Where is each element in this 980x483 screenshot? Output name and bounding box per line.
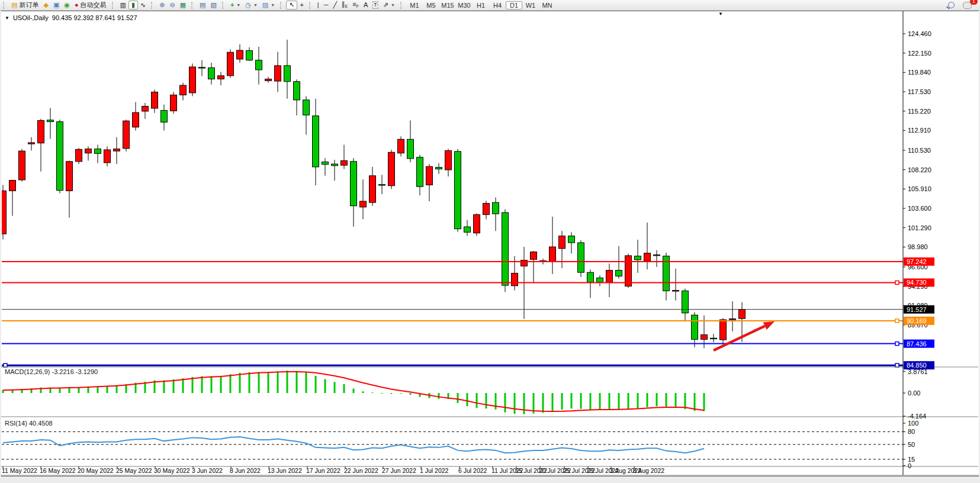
candle [616,271,622,276]
chart-menu-arrow-icon[interactable]: ▼ [5,15,9,21]
svg-text:100: 100 [908,420,918,427]
candle [625,256,632,286]
candle [426,166,433,185]
timeframe-M30[interactable]: M30 [456,1,473,9]
candle [445,150,452,170]
zoom-in-button[interactable]: ⊕ [157,1,167,9]
scroll-end-marker-icon: ▼ [718,11,723,17]
timeframe-M15[interactable]: M15 [439,1,456,9]
svg-text:-4.164: -4.164 [908,413,926,420]
tile-windows-button[interactable]: ▦ [178,1,188,9]
signals-button[interactable]: ◉ [62,1,72,9]
svg-text:115.220: 115.220 [908,108,931,115]
arrange-grid-button[interactable]: ▧ [208,1,219,9]
horizontal-line-icon: ─ [324,2,329,8]
timeframe-M1[interactable]: M1 [406,1,423,9]
svg-text:105.910: 105.910 [908,185,931,192]
svg-text:101.290: 101.290 [908,224,931,231]
candle [483,204,490,215]
timeframe-group: M1M5M15M30H1H4D1W1MN [406,1,555,9]
candle [95,149,101,154]
alert-icon: ◆ [43,2,48,8]
candle [123,121,130,149]
candle [398,139,404,153]
market-watch-button[interactable]: ▣ [51,1,62,9]
timeframe-MN[interactable]: MN [539,1,555,9]
svg-text:22 Jun 2022: 22 Jun 2022 [344,467,378,474]
dropdown-arrow-icon: ▼ [236,3,240,7]
toolbar-grip [400,2,404,9]
new-order-button[interactable]: ▤ 新订单 [9,1,41,9]
chart-ohlc-values: 90.435 92.392 87.641 91.527 [52,14,137,21]
candle [606,271,613,283]
candle [303,100,310,115]
chart-canvas[interactable]: ▼124.460122.150119.840117.530115.220112.… [0,0,980,483]
candle [739,310,746,318]
text-tool[interactable]: A [361,1,370,9]
templates-button[interactable]: ▨▼ [260,1,277,9]
price-badge-90.169: 90.169 [904,317,934,325]
trendline-tool[interactable]: ╱ [330,1,339,9]
vertical-line-icon: | [317,2,319,8]
vertical-line-tool[interactable]: | [315,1,322,9]
auto-arrange-button[interactable]: ▤ [197,1,208,9]
text-label-icon: T [372,1,378,9]
horizontal-line-tool[interactable]: ─ [322,1,331,9]
periods-button[interactable]: ◷▼ [243,1,260,9]
timeframe-D1[interactable]: D1 [506,1,522,9]
notifications-button[interactable]: 1 [960,1,974,9]
signal-icon: ◉ [64,2,70,8]
candle [313,116,319,167]
svg-text:50: 50 [908,441,915,448]
cursor-icon: ↖ [289,2,294,8]
candle [578,243,584,272]
svg-text:27 Jun 2022: 27 Jun 2022 [382,467,416,474]
alerts-button[interactable]: ◆ [41,1,50,9]
candle [208,67,215,79]
candle [85,149,92,153]
candle [275,66,281,81]
fibonacci-tool[interactable]: ≡F [350,1,361,9]
rsi-label: RSI(14) 40.4508 [5,420,53,427]
line-chart-button[interactable]: ∿ [138,1,148,9]
candle [294,82,300,100]
bar-chart-button[interactable]: ▥ [118,1,128,9]
zoom-out-button[interactable]: ⊖ [167,1,177,9]
price-badge-94.730: 94.730 [904,278,934,286]
macd-label: MACD(12,26,9) -3.2216 -3.1290 [5,368,98,375]
candle [76,149,82,162]
candle [142,106,149,111]
cursor-tool-button[interactable]: ↖ [286,1,297,9]
svg-text:6 Jul 2022: 6 Jul 2022 [458,467,487,474]
svg-text:0.00: 0.00 [908,389,920,397]
svg-text:87.436: 87.436 [907,340,927,347]
search-button[interactable] [946,1,957,9]
timeframe-W1[interactable]: W1 [522,1,539,9]
svg-text:80: 80 [908,428,915,435]
new-chart-button[interactable]: +▼ [228,1,243,9]
fibonacci-icon: ≡F [352,1,359,9]
channel-icon: ∥E [342,1,348,9]
candle [152,92,158,108]
auto-trading-button[interactable]: ● 自动交易 [72,1,109,9]
crosshair-icon: + [300,2,303,8]
svg-text:25 May 2022: 25 May 2022 [116,467,152,474]
svg-text:8 Jun 2022: 8 Jun 2022 [230,467,261,474]
timeframe-M5[interactable]: M5 [423,1,439,9]
candle [28,143,35,144]
svg-text:3 Jun 2022: 3 Jun 2022 [192,467,223,474]
auto-arrange-icon: ▤ [200,2,205,8]
candlestick-chart-button[interactable]: ▮ [128,1,138,9]
dropdown-arrow-icon: ▼ [391,3,395,7]
channel-tool[interactable]: ∥E [339,1,350,9]
auto-trading-icon: ● [75,2,79,8]
candle [550,247,556,262]
crosshair-tool-button[interactable]: + [297,1,306,9]
shapes-tool[interactable]: ⇗▼ [381,1,397,9]
tile-windows-icon: ▦ [180,2,186,8]
svg-text:112.910: 112.910 [908,127,931,134]
timeframe-H1[interactable]: H1 [473,1,489,9]
price-badge-91.527: 91.527 [904,305,934,314]
text-label-tool[interactable]: T [370,1,381,9]
timeframe-H4[interactable]: H4 [489,1,506,9]
